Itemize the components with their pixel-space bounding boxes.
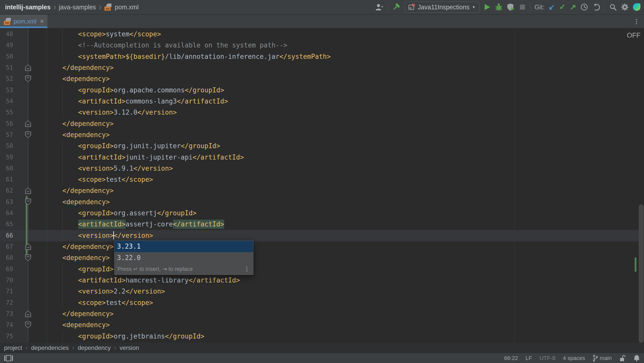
line-number: 56 <box>2 118 13 129</box>
code-line: 69 <groupId> <box>0 264 644 275</box>
code-text: <dependency> <box>31 73 110 85</box>
search-icon[interactable] <box>609 3 617 11</box>
line-number: 61 <box>2 174 13 185</box>
chevron-right-icon: › <box>54 2 56 12</box>
code-line: 58 <groupId>org.junit.jupiter</groupId> <box>0 140 644 152</box>
line-separator-widget[interactable]: LF <box>525 355 532 361</box>
line-number: 59 <box>2 152 13 163</box>
kebab-icon[interactable]: ⋮ <box>244 266 250 272</box>
history-clock-icon[interactable] <box>580 3 588 11</box>
git-push-icon[interactable]: ↗ <box>570 3 576 11</box>
toolbar-separator <box>530 3 530 11</box>
profile-avatar[interactable] <box>633 3 640 11</box>
code-text: <dependency> <box>31 252 110 264</box>
user-avatar-icon[interactable] <box>375 3 383 11</box>
tab-pom-xml[interactable]: <> pom.xml × <box>0 15 47 28</box>
code-text: <!--Autocompletion is available on the s… <box>31 40 287 51</box>
tab-options-kebab-icon[interactable]: ⋮ <box>633 15 644 28</box>
fold-collapse-icon[interactable] <box>25 132 31 138</box>
breadcrumb-tag-dependencies[interactable]: dependencies <box>31 344 69 351</box>
notifications-bell-icon[interactable] <box>633 355 640 362</box>
chevron-right-icon: › <box>26 345 27 351</box>
settings-gear-icon[interactable] <box>621 3 629 11</box>
fold-end-icon[interactable] <box>25 120 31 127</box>
line-number: 72 <box>2 297 13 308</box>
unlocked-padlock-icon[interactable] <box>619 355 626 362</box>
completion-item[interactable]: 3.23.1 <box>114 241 253 252</box>
fold-collapse-icon[interactable] <box>25 254 31 261</box>
indent-widget[interactable]: 4 spaces <box>563 355 585 361</box>
rollback-undo-icon[interactable] <box>592 3 600 11</box>
fold-end-icon[interactable] <box>25 187 31 194</box>
line-number: 75 <box>2 331 13 342</box>
code-line: 65 <artifactId>assertj-core</artifactId> <box>0 219 644 230</box>
fold-collapse-icon[interactable] <box>25 199 31 205</box>
git-update-icon[interactable]: ↙ <box>549 3 555 11</box>
breadcrumb-tag-project[interactable]: project <box>4 344 22 351</box>
code-text: <scope>test</scope> <box>31 297 153 308</box>
fold-end-icon[interactable] <box>25 64 31 71</box>
git-branch-widget[interactable]: main <box>593 355 612 362</box>
breadcrumb-project[interactable]: intellij-samples <box>5 4 51 11</box>
code-text: <artifactId>assertj-core</artifactId> <box>31 219 224 230</box>
code-text: <groupId>org.assertj</groupId> <box>31 208 196 219</box>
fold-collapse-icon[interactable] <box>25 322 31 328</box>
encoding-widget[interactable]: UTF-8 <box>540 355 555 361</box>
git-label: Git: <box>535 4 544 11</box>
code-text: <groupId>org.junit.jupiter</groupId> <box>31 140 220 152</box>
breadcrumb-tag-version[interactable]: version <box>120 344 139 351</box>
fold-collapse-icon[interactable] <box>25 75 31 82</box>
error-stripe-change-mark[interactable] <box>635 257 636 272</box>
line-number: 71 <box>2 286 13 297</box>
caret-position-widget[interactable]: 66:22 <box>504 355 518 361</box>
code-line: 51 </dependency> <box>0 62 644 73</box>
line-number: 57 <box>2 129 13 141</box>
code-line: 49 <!--Autocompletion is available on th… <box>0 40 644 51</box>
chevron-right-icon: › <box>114 345 116 351</box>
code-line: 74 <dependency> <box>0 319 644 331</box>
breadcrumb-tag-dependency[interactable]: dependency <box>78 344 111 351</box>
run-button[interactable] <box>484 3 491 11</box>
code-line: 63 <dependency> <box>0 196 644 208</box>
fold-end-icon[interactable] <box>25 310 31 317</box>
line-number: 74 <box>2 319 13 331</box>
stop-button[interactable] <box>519 4 526 10</box>
breadcrumb-module[interactable]: java-samples <box>59 4 96 11</box>
code-line: 66 <version></version> <box>0 230 644 241</box>
code-line: 54 <artifactId>commons-lang3</artifactId… <box>0 96 644 107</box>
toolbar-separator <box>388 3 388 11</box>
code-line: 57 <dependency> <box>0 129 644 141</box>
completion-popup: 3.23.13.22.0 Press ↵ to insert, ⇥ to rep… <box>114 241 253 275</box>
toolbar-separator <box>605 3 605 11</box>
tool-window-layout-icon[interactable] <box>4 355 13 361</box>
debug-button[interactable] <box>495 3 503 11</box>
status-bar: 66:22 LF UTF-8 4 spaces main <box>0 353 644 363</box>
scrollbar-thumb[interactable] <box>639 204 644 343</box>
git-commit-icon[interactable]: ✓ <box>559 3 566 11</box>
code-line: 55 <version>3.12.0</version> <box>0 107 644 118</box>
completion-hint-text: Press ↵ to insert, ⇥ to replace <box>118 266 193 272</box>
fold-end-icon[interactable] <box>25 243 31 250</box>
run-config-selector[interactable]: Java11Inspections ▼ <box>404 2 479 13</box>
code-text: <dependency> <box>31 319 110 331</box>
code-text: <scope>system</scope> <box>31 29 161 40</box>
breadcrumb-file[interactable]: pom.xml <box>115 4 138 11</box>
code-line: 61 <scope>test</scope> <box>0 174 644 185</box>
line-number: 70 <box>2 275 13 286</box>
code-line: 72 <scope>test</scope> <box>0 297 644 308</box>
code-line: 53 <groupId>org.apache.commons</groupId> <box>0 85 644 96</box>
ide-window: intellij-samples › java-samples › <> pom… <box>0 0 644 363</box>
build-hammer-icon[interactable] <box>392 3 400 11</box>
coverage-shield-button[interactable] <box>507 3 515 11</box>
line-number: 58 <box>2 140 13 152</box>
completion-item[interactable]: 3.22.0 <box>114 252 253 264</box>
line-number: 60 <box>2 163 13 174</box>
run-config-label: Java11Inspections <box>418 4 470 11</box>
line-number: 54 <box>2 96 13 107</box>
code-line: 59 <artifactId>junit-jupiter-api</artifa… <box>0 152 644 163</box>
close-icon[interactable]: × <box>40 17 44 25</box>
code-line: 64 <groupId>org.assertj</groupId> <box>0 208 644 219</box>
completion-hint: Press ↵ to insert, ⇥ to replace ⋮ <box>114 264 253 275</box>
code-text: </dependency> <box>31 308 114 320</box>
code-editor[interactable]: 48 <scope>system</scope>49 <!--Autocompl… <box>0 28 644 343</box>
